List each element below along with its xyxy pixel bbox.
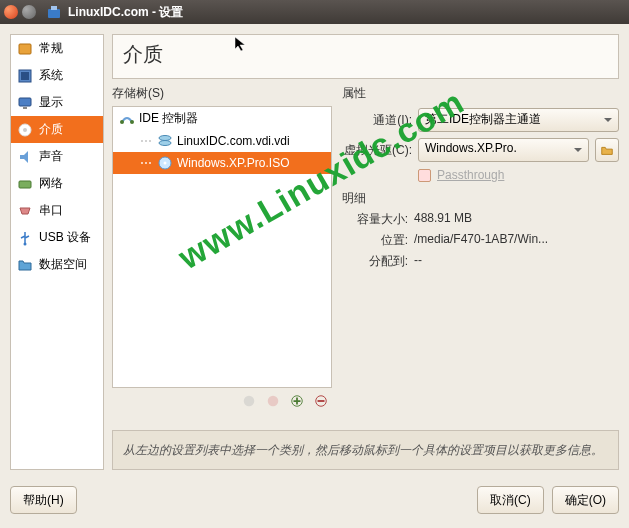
app-icon bbox=[46, 4, 62, 20]
sidebar-item-usb[interactable]: USB 设备 bbox=[11, 224, 103, 251]
svg-point-16 bbox=[164, 162, 167, 165]
minimize-icon[interactable] bbox=[22, 5, 36, 19]
tree-toolbar bbox=[112, 388, 332, 414]
controller-icon bbox=[119, 111, 135, 127]
passthrough-label: Passthrough bbox=[437, 168, 504, 182]
titlebar: LinuxIDC.com - 设置 bbox=[0, 0, 629, 24]
svg-rect-5 bbox=[19, 98, 31, 106]
sidebar-item-label: 数据空间 bbox=[39, 256, 87, 273]
storage-icon bbox=[17, 122, 33, 138]
serial-icon bbox=[17, 203, 33, 219]
help-button[interactable]: 帮助(H) bbox=[10, 486, 77, 514]
attached-label: 分配到: bbox=[342, 253, 408, 270]
tree-branch-icon: ⋯ bbox=[139, 134, 153, 148]
settings-sidebar: 常规 系统 显示 介质 声音 网络 串口 USB 设备 bbox=[10, 34, 104, 470]
location-label: 位置: bbox=[342, 232, 408, 249]
remove-attachment-icon[interactable] bbox=[312, 392, 330, 410]
storage-tree[interactable]: IDE 控制器 ⋯ LinuxIDC.com.vdi.vdi ⋯ Windows… bbox=[112, 106, 332, 388]
tree-item-label: LinuxIDC.com.vdi.vdi bbox=[177, 134, 290, 148]
svg-point-12 bbox=[130, 120, 134, 124]
sidebar-item-general[interactable]: 常规 bbox=[11, 35, 103, 62]
system-icon bbox=[17, 68, 33, 84]
sidebar-item-label: 网络 bbox=[39, 175, 63, 192]
close-icon[interactable] bbox=[4, 5, 18, 19]
sidebar-item-label: 串口 bbox=[39, 202, 63, 219]
browse-media-button[interactable] bbox=[595, 138, 619, 162]
sidebar-item-label: 常规 bbox=[39, 40, 63, 57]
attached-value: -- bbox=[414, 253, 619, 270]
size-value: 488.91 MB bbox=[414, 211, 619, 228]
svg-point-10 bbox=[24, 242, 27, 245]
sidebar-item-storage[interactable]: 介质 bbox=[11, 116, 103, 143]
network-icon bbox=[17, 176, 33, 192]
svg-point-17 bbox=[244, 396, 255, 407]
size-label: 容量大小: bbox=[342, 211, 408, 228]
sidebar-item-network[interactable]: 网络 bbox=[11, 170, 103, 197]
folder-icon bbox=[17, 257, 33, 273]
sidebar-item-display[interactable]: 显示 bbox=[11, 89, 103, 116]
tree-item-vdi[interactable]: ⋯ LinuxIDC.com.vdi.vdi bbox=[113, 130, 331, 152]
tree-item-iso[interactable]: ⋯ Windows.XP.Pro.ISO bbox=[113, 152, 331, 174]
tree-controller-label: IDE 控制器 bbox=[139, 110, 198, 127]
storage-tree-label: 存储树(S) bbox=[112, 85, 332, 102]
sidebar-item-shared-folders[interactable]: 数据空间 bbox=[11, 251, 103, 278]
sidebar-item-audio[interactable]: 声音 bbox=[11, 143, 103, 170]
svg-point-13 bbox=[159, 136, 171, 141]
dialog-footer: 帮助(H) 取消(C) 确定(O) bbox=[0, 480, 629, 520]
svg-point-8 bbox=[23, 128, 27, 132]
remove-controller-icon bbox=[264, 392, 282, 410]
add-controller-icon bbox=[240, 392, 258, 410]
svg-rect-2 bbox=[19, 44, 31, 54]
tree-controller[interactable]: IDE 控制器 bbox=[113, 107, 331, 130]
cancel-button[interactable]: 取消(C) bbox=[477, 486, 544, 514]
hint-box: 从左边的设置列表中选择一个类别，然后移动鼠标到一个具体的设置项目以获取更多信息。 bbox=[112, 430, 619, 470]
page-title: 介质 bbox=[112, 34, 619, 79]
sidebar-item-system[interactable]: 系统 bbox=[11, 62, 103, 89]
ok-button[interactable]: 确定(O) bbox=[552, 486, 619, 514]
tree-item-label: Windows.XP.Pro.ISO bbox=[177, 156, 290, 170]
svg-point-14 bbox=[159, 141, 171, 146]
disc-icon bbox=[157, 155, 173, 171]
attributes-label: 属性 bbox=[342, 85, 619, 102]
add-attachment-icon[interactable] bbox=[288, 392, 306, 410]
drive-label: 虚拟光驱(C): bbox=[342, 142, 412, 159]
window-title: LinuxIDC.com - 设置 bbox=[68, 4, 183, 21]
sidebar-item-serial[interactable]: 串口 bbox=[11, 197, 103, 224]
audio-icon bbox=[17, 149, 33, 165]
svg-rect-4 bbox=[21, 72, 29, 80]
general-icon bbox=[17, 41, 33, 57]
drive-select[interactable]: Windows.XP.Pro. bbox=[418, 138, 589, 162]
channel-select[interactable]: 第二IDE控制器主通道 bbox=[418, 108, 619, 132]
svg-rect-0 bbox=[48, 9, 60, 18]
sidebar-item-label: 声音 bbox=[39, 148, 63, 165]
svg-rect-9 bbox=[19, 181, 31, 188]
svg-rect-6 bbox=[23, 107, 27, 109]
location-value: /media/F470-1AB7/Win... bbox=[414, 232, 619, 249]
passthrough-checkbox[interactable] bbox=[418, 169, 431, 182]
usb-icon bbox=[17, 230, 33, 246]
hdd-icon bbox=[157, 133, 173, 149]
display-icon bbox=[17, 95, 33, 111]
channel-label: 通道(I): bbox=[342, 112, 412, 129]
tree-branch-icon: ⋯ bbox=[139, 156, 153, 170]
sidebar-item-label: 介质 bbox=[39, 121, 63, 138]
sidebar-item-label: USB 设备 bbox=[39, 229, 91, 246]
svg-point-18 bbox=[268, 396, 279, 407]
sidebar-item-label: 系统 bbox=[39, 67, 63, 84]
svg-point-11 bbox=[120, 120, 124, 124]
svg-rect-1 bbox=[51, 6, 57, 10]
details-heading: 明细 bbox=[342, 190, 619, 207]
sidebar-item-label: 显示 bbox=[39, 94, 63, 111]
